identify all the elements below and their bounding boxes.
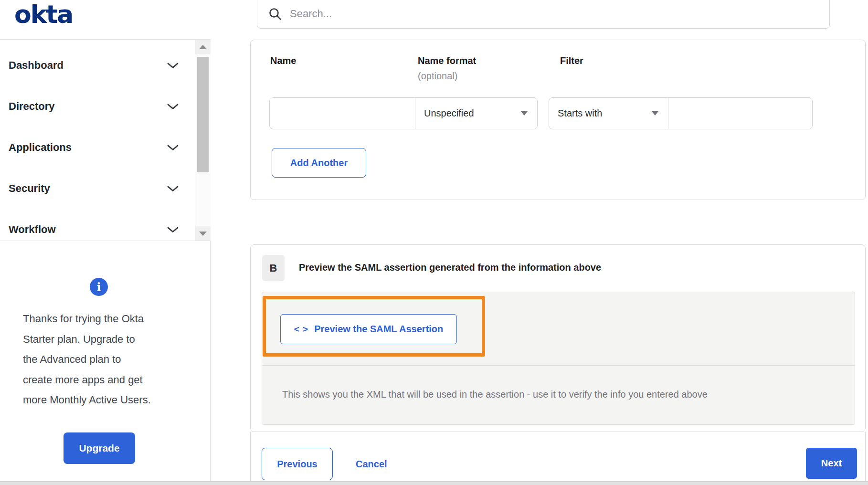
sidebar-nav: Dashboard Directory Applications Securit… — [0, 39, 211, 241]
previous-button[interactable]: Previous — [262, 448, 333, 480]
wizard-footer: Previous Cancel Next — [250, 432, 866, 481]
name-input[interactable] — [269, 97, 415, 129]
name-format-label: Name format — [418, 55, 476, 66]
panel-divider — [262, 365, 855, 366]
name-format-value: Unspecified — [424, 108, 474, 119]
search-bar — [257, 0, 830, 29]
sidebar-item-applications[interactable]: Applications — [0, 127, 195, 168]
preview-saml-button[interactable]: < > Preview the SAML Assertion — [280, 314, 457, 344]
chevron-down-icon — [167, 63, 179, 69]
filter-label: Filter — [560, 55, 583, 66]
info-icon: i — [90, 278, 108, 296]
sidebar-item-label: Security — [9, 182, 50, 195]
preview-section-heading: Preview the SAML assertion generated fro… — [299, 262, 601, 273]
sidebar-item-dashboard[interactable]: Dashboard — [0, 45, 195, 86]
cancel-link[interactable]: Cancel — [356, 448, 387, 480]
preview-saml-button-label: Preview the SAML Assertion — [314, 324, 443, 335]
sidebar-item-label: Workflow — [9, 223, 56, 236]
dropdown-caret-icon — [652, 111, 658, 116]
sidebar-item-label: Dashboard — [9, 59, 64, 72]
next-button[interactable]: Next — [806, 448, 857, 479]
code-icon: < > — [294, 324, 308, 335]
okta-logo: okta — [14, 0, 73, 29]
scroll-down-button[interactable] — [195, 226, 211, 241]
chevron-down-icon — [167, 104, 179, 110]
add-another-button[interactable]: Add Another — [272, 148, 366, 178]
search-icon — [268, 7, 282, 21]
attribute-statements-card: Name Name format (optional) Filter Unspe… — [250, 40, 866, 200]
window-bottom-edge — [0, 481, 868, 485]
sidebar-scrollbar[interactable] — [195, 40, 211, 241]
dropdown-caret-icon — [521, 111, 528, 116]
sidebar-item-security[interactable]: Security — [0, 168, 195, 209]
chevron-down-icon — [167, 145, 179, 151]
sidebar-item-workflow[interactable]: Workflow — [0, 209, 195, 241]
upsell-text: Thanks for trying the Okta Starter plan.… — [23, 309, 200, 411]
name-format-select[interactable]: Unspecified — [415, 97, 538, 129]
preview-description: This shows you the XML that will be used… — [282, 389, 846, 400]
preview-saml-card: B Preview the SAML assertion generated f… — [250, 244, 866, 432]
scrollbar-thumb[interactable] — [197, 57, 209, 172]
info-icon-glyph: i — [96, 280, 101, 294]
upgrade-button[interactable]: Upgrade — [64, 432, 135, 464]
step-b-badge: B — [262, 255, 285, 281]
triangle-up-icon — [199, 45, 207, 49]
preview-panel: < > Preview the SAML Assertion This show… — [262, 292, 855, 425]
name-label: Name — [270, 55, 296, 66]
triangle-down-icon — [199, 232, 207, 236]
sidebar-item-label: Applications — [9, 141, 72, 154]
chevron-down-icon — [167, 227, 179, 233]
chevron-down-icon — [167, 186, 179, 192]
sidebar-item-label: Directory — [9, 100, 55, 113]
sidebar-item-directory[interactable]: Directory — [0, 86, 195, 127]
name-format-optional-label: (optional) — [418, 71, 457, 82]
scroll-up-button[interactable] — [195, 40, 211, 54]
okta-admin-screen: okta Dashboard Directory Applications Se… — [0, 0, 868, 485]
search-input[interactable] — [290, 8, 820, 20]
filter-value-input[interactable] — [668, 97, 813, 129]
filter-type-select[interactable]: Starts with — [549, 97, 668, 129]
filter-type-value: Starts with — [558, 108, 602, 119]
